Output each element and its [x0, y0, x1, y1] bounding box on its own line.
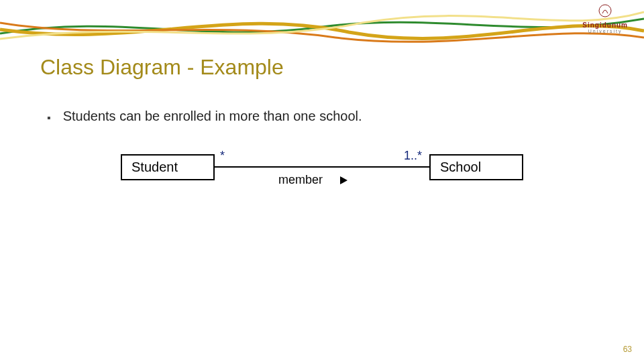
svg-point-0	[599, 5, 611, 17]
university-logo: Singidunum University	[582, 4, 628, 34]
slide-title: Class Diagram - Example	[40, 55, 284, 80]
logo-crest-icon	[598, 4, 612, 17]
page-number: 63	[623, 345, 632, 354]
uml-association-diagram: Student School * 1..* member	[121, 146, 537, 206]
logo-subtitle: University	[582, 29, 628, 34]
uml-association-name: member	[278, 173, 323, 187]
uml-multiplicity-left: *	[220, 149, 225, 163]
bullet-marker: ▪	[47, 109, 51, 127]
bullet-text: Students can be enrolled in more than on…	[63, 109, 362, 124]
direction-triangle-icon	[340, 176, 347, 184]
header-wave	[0, 0, 644, 47]
uml-class-student: Student	[121, 154, 215, 180]
bullet-item: ▪ Students can be enrolled in more than …	[47, 109, 362, 127]
uml-multiplicity-right: 1..*	[404, 149, 422, 163]
logo-name: Singidunum	[582, 21, 628, 29]
uml-association-line	[215, 166, 429, 168]
uml-class-school: School	[429, 154, 523, 180]
uml-association-label: member	[278, 173, 347, 187]
